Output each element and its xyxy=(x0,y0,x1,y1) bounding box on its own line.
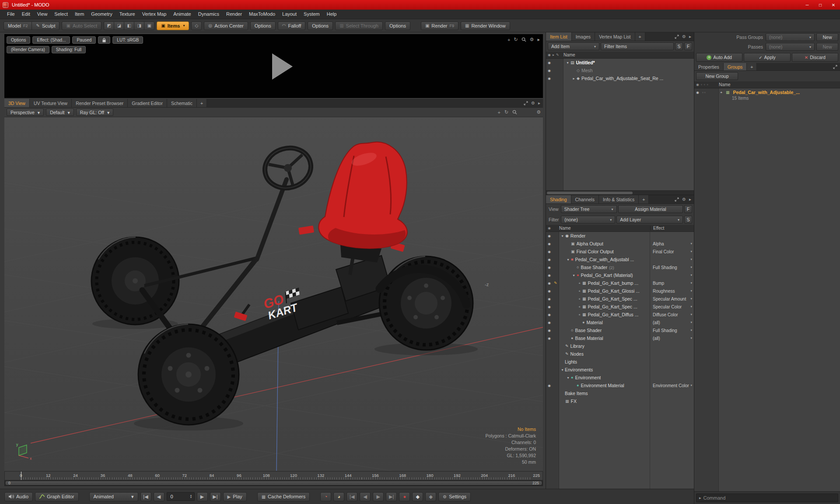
pan-icon[interactable]: + xyxy=(508,37,510,42)
menu-texture[interactable]: Texture xyxy=(116,10,139,19)
gear-icon[interactable]: ⚙ xyxy=(682,197,686,202)
visibility-eye-icon[interactable]: ◉ xyxy=(548,61,553,65)
effect-cell[interactable]: ▾ xyxy=(650,258,694,261)
center-mode-button[interactable]: ▣ xyxy=(144,21,154,30)
next-frame-button[interactable]: ▶ xyxy=(197,492,208,501)
rightpanel-tab-properties[interactable]: Properties xyxy=(694,63,724,70)
expander-icon[interactable]: ▾ xyxy=(566,376,570,380)
effect-dropdown-icon[interactable]: ▾ xyxy=(690,242,692,245)
pass-groups-select[interactable]: (none)▾ xyxy=(766,33,815,41)
model-layout-button[interactable]: ModelF2 xyxy=(4,21,32,30)
zoom-icon[interactable] xyxy=(512,110,517,115)
shading-tab-channels[interactable]: Channels xyxy=(571,195,599,203)
item-row-untitled[interactable]: ◉▾▤Untitled* xyxy=(546,59,694,66)
shader-row-nodes[interactable]: ✎Nodes xyxy=(546,350,694,358)
menu-vertex-map[interactable]: Vertex Map xyxy=(139,10,170,19)
expander-icon[interactable]: ▾ xyxy=(565,61,570,65)
gear-icon[interactable]: ⚙ xyxy=(536,109,541,115)
menu-view[interactable]: View xyxy=(34,10,51,19)
expand-panel-icon[interactable] xyxy=(524,101,528,105)
preview-pause-button[interactable]: Paused xyxy=(72,36,96,44)
frame-spinner[interactable]: ▲▼ xyxy=(190,494,192,499)
effect-dropdown-icon[interactable]: ▾ xyxy=(690,336,692,340)
expander-icon[interactable]: ▾ xyxy=(566,258,570,262)
gear-icon[interactable]: ⚙ xyxy=(530,37,534,42)
visibility-eye-icon[interactable]: ◉ xyxy=(548,289,553,293)
expander-icon[interactable]: + xyxy=(577,281,582,285)
items-mode-button[interactable]: ▣ Items▾ xyxy=(157,21,189,30)
menu-render[interactable]: Render xyxy=(223,10,245,19)
viewport-3d[interactable]: -z xyxy=(4,117,543,471)
menu-file[interactable]: File xyxy=(4,10,18,19)
menu-layout[interactable]: Layout xyxy=(279,10,300,19)
shader-row-pedal-go-kart-spec[interactable]: ◉+▦Pedal_Go_Kart_Spec ...Specular Amount… xyxy=(546,295,694,303)
materials-mode-button[interactable]: ◨ xyxy=(134,21,144,30)
effect-dropdown-icon[interactable]: ▾ xyxy=(690,258,692,261)
shading-tab-info-statistics[interactable]: Info & Statistics xyxy=(599,195,639,203)
shader-row-pedal-go-kart-bump[interactable]: ◉✎+▦Pedal_Go_Kart_bump ...Bump▾ xyxy=(546,279,694,287)
time-system-button[interactable]: ◕ xyxy=(333,492,344,501)
effect-dropdown-icon[interactable]: ▾ xyxy=(690,329,692,332)
render-preview[interactable]: Options Effect: (Shad... Paused LUT: sRG… xyxy=(4,34,543,98)
effect-cell[interactable]: (all)▾ xyxy=(650,320,694,325)
axis-gizmo[interactable]: y x xyxy=(15,440,35,460)
auto-add-button[interactable]: + Auto Add xyxy=(696,53,742,62)
new-group-button[interactable]: New Group xyxy=(696,72,738,80)
falloff-button[interactable]: ◠ Falloff xyxy=(278,21,306,30)
select-through-options-button[interactable]: Options xyxy=(385,21,410,30)
effect-cell[interactable]: Specular Color▾ xyxy=(650,304,694,309)
effect-dropdown-icon[interactable]: ▾ xyxy=(690,281,692,285)
menu-maxtomodo[interactable]: MaxToModo xyxy=(245,10,279,19)
expander-icon[interactable]: + xyxy=(577,305,582,309)
step-key-back-button[interactable]: ◀ xyxy=(360,492,371,501)
shader-row-pedal-go-kart-material[interactable]: ◉▾●Pedal_Go_Kart (Material)▾ xyxy=(546,271,694,279)
shader-row-environment[interactable]: ▾●Environment xyxy=(546,374,694,382)
apply-button[interactable]: ✓ Apply xyxy=(744,53,790,62)
filter-toggle-icon[interactable]: ▫ xyxy=(702,91,704,94)
visibility-eye-icon[interactable]: ◉ xyxy=(548,258,553,262)
preview-options-button[interactable]: Options xyxy=(7,36,30,44)
action-center-button[interactable]: ◎ Action Center xyxy=(204,21,248,30)
timeline-ruler[interactable]: 225 012243648607284961081201321441561681… xyxy=(4,471,543,480)
effect-dropdown-icon[interactable]: ▾ xyxy=(690,266,692,269)
audio-button[interactable]: Audio xyxy=(4,492,33,501)
shader-row-base-material[interactable]: ◉●Base Material(all)▾ xyxy=(546,334,694,342)
expander-icon[interactable]: + xyxy=(577,289,582,293)
add-shading-tab-button[interactable]: + xyxy=(639,195,649,203)
shader-row-final-color-output[interactable]: ◉▣Final Color OutputFinal Color▾ xyxy=(546,248,694,256)
visibility-eye-icon[interactable]: ◉ xyxy=(548,297,553,301)
play-button[interactable]: ▶ Play xyxy=(223,492,247,501)
effect-cell[interactable]: Specular Amount▾ xyxy=(650,297,694,301)
visibility-eye-icon[interactable]: ◉ xyxy=(548,281,553,285)
menu-dynamics[interactable]: Dynamics xyxy=(195,10,223,19)
render-button[interactable]: ▣ RenderF9 xyxy=(421,21,458,30)
render-window-button[interactable]: ▦ Render Window xyxy=(461,21,510,30)
shader-row-pedal-go-kart-spec[interactable]: ◉+▦Pedal_Go_Kart_Spec ...Specular Color▾ xyxy=(546,303,694,311)
expander-icon[interactable]: + xyxy=(577,313,582,317)
shader-row-fx[interactable]: ▦FX xyxy=(546,397,694,405)
polygons-mode-button[interactable]: ◧ xyxy=(124,21,134,30)
expander-icon[interactable]: + xyxy=(577,297,582,301)
preview-effect-button[interactable]: Effect: (Shad... xyxy=(32,36,70,44)
expander-icon[interactable]: ▾ xyxy=(571,273,576,277)
action-center-options-button[interactable]: Options xyxy=(250,21,276,30)
item-list-hscrollbar[interactable] xyxy=(546,190,694,195)
visibility-eye-icon[interactable]: ◉ xyxy=(696,91,701,94)
panel-arrow-icon[interactable]: ▸ xyxy=(537,37,540,42)
item-row-pedal-car-with-adjustable-seat-re[interactable]: ◉▸◆Pedal_Car_with_Adjustable_Seat_Re ... xyxy=(546,74,694,82)
itemlist-tab-images[interactable]: Images xyxy=(572,32,595,41)
select-through-button[interactable]: ▥ Select Through xyxy=(335,21,383,30)
expand-panel-icon[interactable] xyxy=(675,197,679,202)
preview-shading-button[interactable]: Shading: Full xyxy=(52,46,86,53)
add-viewport-tab-button[interactable]: + xyxy=(197,99,207,107)
assign-material-button[interactable]: Assign Material xyxy=(618,205,683,213)
add-layer-select[interactable]: Add Layer▾ xyxy=(616,216,683,224)
settings-button[interactable]: ⚙ Settings xyxy=(438,492,471,501)
gear-icon[interactable]: ⚙ xyxy=(531,101,535,105)
zoom-icon[interactable] xyxy=(522,37,526,42)
panel-arrow-icon[interactable]: ▸ xyxy=(538,101,540,105)
effect-cell[interactable]: (all)▾ xyxy=(650,336,694,341)
effect-dropdown-icon[interactable]: ▾ xyxy=(690,313,692,316)
preview-camera-button[interactable]: (Render Camera) xyxy=(7,46,49,53)
next-key-button[interactable]: ▶| xyxy=(386,492,397,501)
